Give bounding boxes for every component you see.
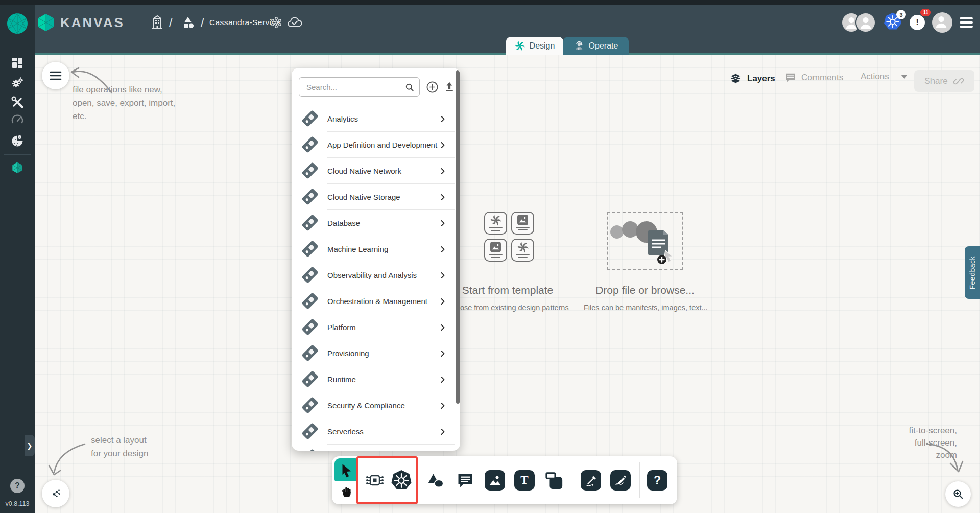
template-card (484, 239, 507, 262)
category-row-runtime[interactable]: Runtime (292, 366, 460, 392)
design-canvas[interactable]: file operations like new, open, save, ex… (35, 55, 980, 513)
storage-tag-icon (300, 188, 319, 207)
template-illustration[interactable] (484, 212, 534, 262)
kubernetes-context-button[interactable]: 3 (883, 12, 902, 33)
category-row-platform[interactable]: Platform (292, 314, 460, 340)
category-row-provisioning[interactable]: Provisioning (292, 340, 460, 366)
select-tool-active[interactable] (334, 458, 357, 481)
sidebar-help-button[interactable]: ? (10, 479, 25, 493)
category-row-app-definition[interactable]: App Definition and Development (292, 132, 460, 158)
sidebar-item-dashboard[interactable] (11, 57, 23, 69)
template-card (511, 239, 534, 262)
header-menu-button[interactable] (960, 15, 973, 30)
add-component-icon[interactable] (426, 81, 439, 94)
chevron-right-icon (438, 140, 448, 150)
layout-select-button[interactable] (42, 480, 69, 507)
category-row-security[interactable]: Security & Compliance (292, 392, 460, 418)
search-box[interactable] (299, 77, 420, 97)
tab-design[interactable]: Design (506, 37, 563, 55)
sidebar-divider-bottom (4, 154, 31, 155)
actions-label: Actions (861, 72, 889, 82)
category-row-cloud-native-storage[interactable]: Cloud Native Storage (292, 184, 460, 210)
collaborator-avatar-2[interactable] (855, 12, 876, 33)
doodle-tool[interactable] (610, 470, 631, 491)
relationships-icon-wrap[interactable] (270, 5, 282, 40)
actions-dropdown[interactable]: Actions (861, 72, 909, 82)
hand-icon (340, 485, 353, 499)
cloud-sync-icon-wrap[interactable] (287, 5, 302, 40)
network-tag-icon (300, 161, 319, 181)
chevron-right-icon (438, 322, 448, 333)
chevron-right-icon (438, 401, 448, 411)
operate-person-icon (574, 41, 584, 51)
image-tool[interactable] (485, 470, 505, 491)
note-tool[interactable] (544, 470, 564, 491)
layers-icon (729, 72, 743, 85)
notification-count-badge: 11 (920, 9, 931, 16)
pen-tool[interactable] (581, 470, 601, 491)
layers-button[interactable]: Layers (729, 72, 775, 85)
app-definition-tag-icon (300, 135, 319, 155)
collaborator-avatars[interactable] (841, 12, 876, 33)
database-tag-icon (300, 214, 319, 233)
provisioning-tag-icon (300, 344, 319, 363)
meshery-logo-icon[interactable] (6, 12, 29, 35)
security-tag-icon (300, 396, 319, 415)
share-link-icon (953, 76, 964, 87)
panel-scrollbar[interactable] (456, 70, 460, 404)
note-icon (544, 471, 564, 490)
category-row-partial[interactable] (292, 445, 460, 451)
shapes-tool[interactable] (425, 470, 446, 491)
kubernetes-tool[interactable] (390, 469, 413, 492)
upload-icon[interactable] (444, 81, 455, 92)
category-row-observability[interactable]: Observability and Analysis (292, 262, 460, 288)
organization-icon (150, 15, 164, 30)
platform-tag-icon (300, 318, 319, 337)
category-row-analytics[interactable]: Analytics (292, 106, 460, 132)
chevron-right-icon (438, 166, 448, 176)
category-row-database[interactable]: Database (292, 210, 460, 236)
share-button[interactable]: Share (914, 70, 974, 92)
user-avatar[interactable] (932, 12, 952, 33)
header-right-cluster: 3 ! 11 (841, 5, 973, 40)
kubernetes-count-badge: 3 (896, 10, 906, 19)
tab-operate[interactable]: Operate (563, 37, 629, 55)
pan-tool[interactable] (334, 481, 357, 502)
sidebar-item-configuration[interactable] (11, 96, 23, 108)
pen-icon (584, 473, 598, 487)
bottom-toolbar: T (332, 456, 677, 504)
dropzone-title[interactable]: Drop file or browse... (584, 284, 706, 296)
notification-center-button[interactable]: ! 11 (910, 15, 925, 30)
help-tool[interactable]: ? (647, 470, 667, 491)
text-tool[interactable]: T (514, 470, 535, 491)
kanvas-brand[interactable]: KANVAS (37, 13, 125, 32)
zoom-controls-button[interactable] (945, 481, 971, 507)
org-icon-wrap[interactable] (150, 5, 164, 40)
cloud-check-icon (287, 16, 302, 29)
category-row-machine-learning[interactable]: Machine Learning (292, 236, 460, 262)
chevron-right-icon (438, 348, 448, 359)
sidebar-item-performance[interactable] (11, 113, 23, 125)
start-from-template-title[interactable]: Start from template (446, 284, 569, 296)
notification-bell: ! (910, 15, 925, 30)
feedback-tab[interactable]: Feedback (965, 246, 980, 299)
sidebar-item-kanvas[interactable] (11, 161, 23, 174)
sidebar-item-catalog[interactable] (11, 135, 23, 147)
file-dropzone[interactable] (607, 212, 683, 270)
sidebar-item-settings[interactable] (11, 76, 23, 88)
component-shape-tool[interactable] (365, 470, 385, 491)
category-row-orchestration[interactable]: Orchestration & Management (292, 288, 460, 314)
breadcrumb-design-name[interactable]: Cassandra-Service (209, 5, 280, 40)
search-input[interactable] (305, 82, 408, 92)
comments-button[interactable]: Comments (784, 72, 843, 84)
brand-wordmark: KANVAS (60, 15, 125, 31)
category-row-cloud-native-network[interactable]: Cloud Native Network (292, 158, 460, 184)
menu-icon (50, 71, 62, 81)
designs-icon-wrap[interactable] (181, 5, 195, 40)
comment-tool[interactable] (455, 470, 475, 491)
cursor-icon (339, 462, 354, 478)
category-row-serverless[interactable]: Serverless (292, 418, 460, 445)
sidebar-expand-button[interactable]: ❯ (25, 435, 35, 456)
shapes-icon (426, 471, 445, 489)
layout-arrow (45, 439, 91, 482)
